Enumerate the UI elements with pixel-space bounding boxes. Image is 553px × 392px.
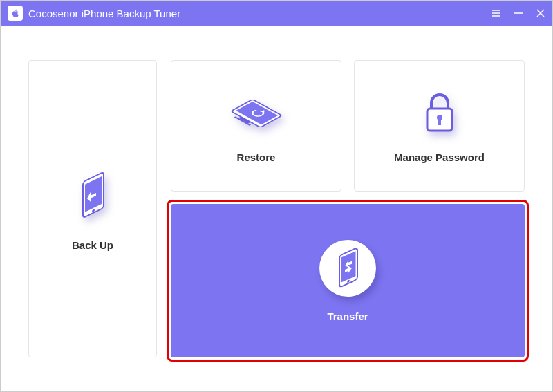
manage-password-label: Manage Password	[394, 151, 485, 163]
close-icon[interactable]	[536, 8, 545, 18]
app-logo-icon	[8, 6, 23, 21]
lock-icon	[419, 89, 460, 138]
manage-password-card[interactable]: Manage Password	[354, 60, 525, 192]
restore-card[interactable]: Restore	[171, 60, 341, 192]
restore-label: Restore	[237, 151, 276, 163]
transfer-label: Transfer	[327, 310, 368, 322]
app-title: Cocosenor iPhone Backup Tuner	[28, 8, 491, 19]
svg-rect-15	[438, 119, 441, 125]
backup-label: Back Up	[72, 239, 113, 251]
backup-card[interactable]: Back Up	[28, 60, 157, 357]
monitor-restore-icon	[227, 89, 285, 138]
phone-transfer-icon	[331, 247, 364, 290]
minimize-icon[interactable]	[514, 8, 523, 18]
transfer-card[interactable]: Transfer	[171, 204, 525, 357]
titlebar: Cocosenor iPhone Backup Tuner	[1, 1, 552, 26]
highlight-frame: Transfer	[171, 204, 525, 357]
transfer-icon-wrap	[319, 240, 376, 297]
phone-backup-icon	[71, 167, 115, 225]
menu-icon[interactable]	[491, 8, 501, 18]
main-content: Back Up	[1, 26, 552, 391]
window-controls	[491, 8, 545, 18]
transfer-circle	[319, 240, 376, 297]
